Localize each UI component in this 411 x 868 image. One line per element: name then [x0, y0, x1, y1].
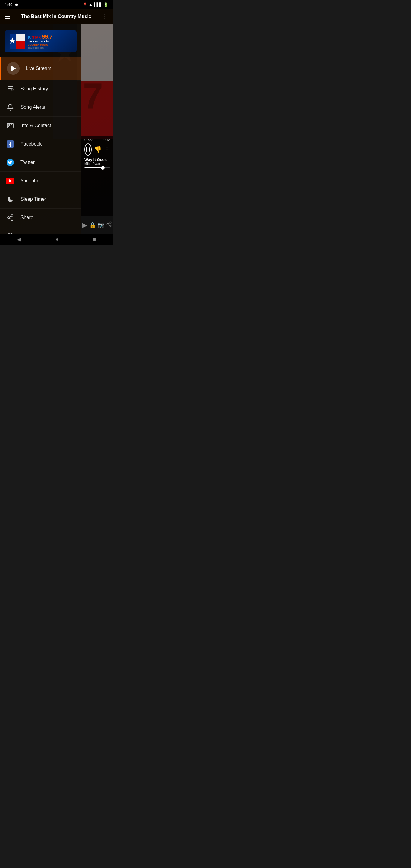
- svg-rect-2: [77, 24, 113, 82]
- wifi-icon: ▲: [89, 2, 93, 7]
- app-header: ☰ The Best Mix in Country Music ⋮: [0, 9, 113, 24]
- share-icon: [6, 213, 14, 222]
- menu-item-live-stream[interactable]: Live Stream: [0, 57, 81, 80]
- sleep-timer-label: Sleep Timer: [21, 196, 46, 202]
- menu-item-share[interactable]: Share: [0, 209, 81, 227]
- song-info: Way It Goes Mike Ryan: [84, 157, 110, 165]
- menu-item-song-history[interactable]: Song History: [0, 80, 81, 98]
- header-title: The Best Mix in Country Music: [12, 14, 100, 19]
- svg-point-33: [107, 224, 108, 225]
- moon-icon: [6, 195, 14, 204]
- record-icon: ⏺: [15, 2, 19, 7]
- country-music-label: COUNTRY MUSIC: [28, 43, 72, 46]
- current-time: 01:27: [84, 138, 93, 142]
- progress-fill: [84, 167, 101, 168]
- status-right: 📍 ▲ ▌▌▌ 🔋: [83, 2, 108, 7]
- back-button[interactable]: ◀: [17, 236, 22, 243]
- battery-icon: 🔋: [103, 2, 108, 7]
- song-title: Way It Goes: [84, 157, 110, 162]
- player-panel: 01:27 02:42 👎 ⋮ Way It Goes Mike Ryan: [81, 135, 113, 216]
- station-logo-icon: [10, 34, 25, 49]
- facebook-icon: [6, 140, 14, 148]
- menu-item-youtube[interactable]: YouTube: [0, 172, 81, 190]
- info-contact-label: Info & Contact: [21, 123, 51, 128]
- artist-name: Mike Ryan: [84, 162, 110, 165]
- svg-line-14: [11, 89, 12, 90]
- frequency-label: 99.7: [42, 34, 53, 40]
- song-history-icon: [6, 85, 14, 93]
- svg-rect-12: [7, 88, 12, 89]
- total-time: 02:42: [101, 138, 110, 142]
- svg-rect-9: [16, 41, 25, 49]
- svg-point-32: [110, 222, 112, 223]
- logo-area: K STAR 99.7 the BEST MIX in COUNTRY MUSI…: [0, 24, 81, 57]
- status-left: 1:49 ⏺: [5, 2, 19, 7]
- live-stream-label: Live Stream: [26, 66, 51, 71]
- svg-point-24: [11, 215, 13, 216]
- svg-rect-31: [89, 147, 90, 152]
- song-history-label: Song History: [21, 86, 48, 92]
- menu-item-info-contact[interactable]: Info & Contact: [0, 117, 81, 135]
- status-time: 1:49: [5, 2, 12, 7]
- svg-line-28: [9, 216, 11, 217]
- bell-icon: [6, 103, 14, 112]
- share-nav-button[interactable]: [106, 221, 112, 229]
- hamburger-menu-button[interactable]: ☰: [4, 11, 12, 22]
- player-controls: 👎 ⋮: [84, 142, 110, 157]
- menu-item-twitter[interactable]: Twitter: [0, 153, 81, 172]
- play-button-icon: [7, 62, 20, 75]
- menu-item-sleep-timer[interactable]: Sleep Timer: [0, 190, 81, 209]
- camera-nav-button[interactable]: 📷: [98, 222, 104, 228]
- app-container: 1:49 ⏺ 📍 ▲ ▌▌▌ 🔋 7 ☰ The: [0, 0, 113, 245]
- svg-line-36: [108, 223, 110, 224]
- svg-line-27: [9, 218, 11, 219]
- logo-text: K STAR 99.7 the BEST MIX in COUNTRY MUSI…: [28, 34, 72, 49]
- svg-text:7: 7: [83, 76, 103, 116]
- svg-line-35: [108, 224, 110, 225]
- svg-point-26: [11, 219, 13, 221]
- svg-point-25: [7, 217, 9, 218]
- best-mix-label: the BEST MIX in: [28, 40, 72, 43]
- youtube-label: YouTube: [21, 178, 39, 184]
- recent-apps-button[interactable]: ■: [93, 237, 96, 242]
- home-button[interactable]: ●: [56, 237, 59, 242]
- svg-point-17: [9, 124, 10, 126]
- options-menu-button[interactable]: ⋮: [100, 11, 109, 22]
- logo-box: K STAR 99.7 the BEST MIX in COUNTRY MUSI…: [5, 30, 76, 53]
- twitter-label: Twitter: [21, 160, 35, 165]
- facebook-label: Facebook: [21, 141, 41, 147]
- system-nav-bar: ◀ ● ■: [0, 234, 113, 245]
- svg-rect-30: [86, 147, 87, 152]
- location-icon: 📍: [83, 2, 87, 7]
- svg-point-34: [110, 225, 112, 227]
- progress-thumb[interactable]: [101, 166, 104, 170]
- share-label: Share: [21, 215, 33, 220]
- menu-item-facebook[interactable]: Facebook: [0, 135, 81, 153]
- progress-bar[interactable]: [84, 167, 110, 168]
- menu-item-song-alerts[interactable]: Song Alerts: [0, 98, 81, 117]
- svg-rect-11: [7, 87, 13, 87]
- pause-button[interactable]: [84, 144, 92, 156]
- twitter-icon: [6, 158, 14, 167]
- svg-rect-8: [16, 34, 25, 41]
- lock-nav-button[interactable]: 🔒: [89, 222, 96, 228]
- navigation-drawer: K STAR 99.7 the BEST MIX in COUNTRY MUSI…: [0, 24, 81, 245]
- thumbs-down-button[interactable]: 👎: [94, 146, 101, 153]
- youtube-icon: [6, 177, 14, 185]
- signal-icon: ▌▌▌: [94, 2, 102, 7]
- contact-card-icon: [6, 121, 14, 130]
- more-options-button[interactable]: ⋮: [104, 146, 110, 153]
- status-bar: 1:49 ⏺ 📍 ▲ ▌▌▌ 🔋: [0, 0, 113, 9]
- player-header: 01:27 02:42: [84, 138, 110, 142]
- play-nav-button[interactable]: ▶: [82, 221, 87, 229]
- svg-point-13: [11, 89, 13, 91]
- website-label: kstarcountry.com: [28, 47, 72, 49]
- bottom-action-bar: ▶ 🔒 📷: [81, 216, 113, 234]
- svg-rect-15: [7, 90, 10, 90]
- song-alerts-label: Song Alerts: [21, 104, 45, 110]
